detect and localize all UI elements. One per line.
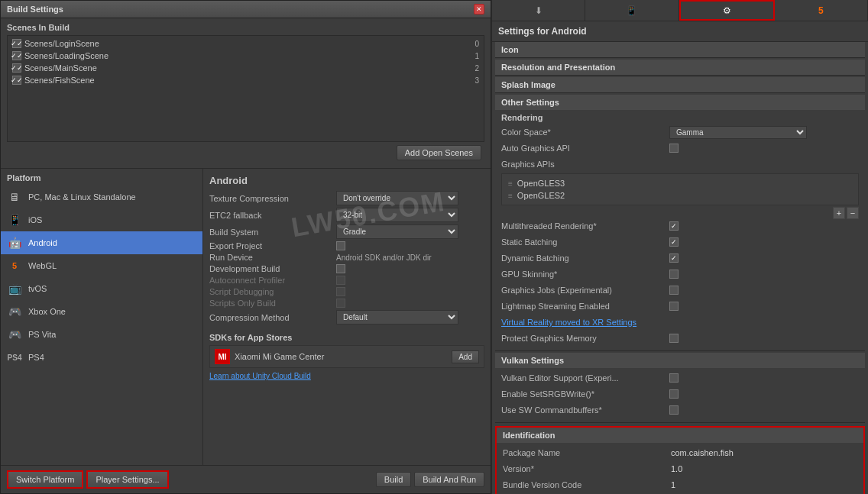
tvos-icon: 📺 [7,281,22,296]
scene-number: 3 [474,76,479,85]
scene-checkbox[interactable]: ✓ [12,63,21,73]
color-space-row: Color Space* Gamma [501,125,859,139]
enable-srgb-checkbox[interactable] [669,389,679,399]
multithreaded-label: Multithreaded Rendering* [501,221,669,231]
resolution-section-header[interactable]: Resolution and Presentation [495,60,865,75]
player-settings-button[interactable]: Player Settings... [86,470,168,489]
scene-number: 0 [474,40,479,48]
scene-checkbox[interactable]: ✓ [12,51,21,60]
rendering-header: Rendering [501,113,859,122]
development-build-label: Development Build [209,264,332,273]
build-settings-window: Build Settings ✕ Scenes In Build ✓ Scene… [0,0,491,494]
autoconnect-profiler-label: Autoconnect Profiler [209,276,332,285]
color-space-select[interactable]: Gamma [669,126,807,139]
sw-commandbuffers-checkbox[interactable] [669,405,679,415]
build-button[interactable]: Build [376,472,411,487]
platform-list: 🖥 PC, Mac & Linux Standalone 📱 iOS 🤖 And… [1,186,202,465]
android-icon: 🤖 [7,235,22,250]
vulkan-editor-label: Vulkan Editor Support (Experi... [501,373,669,383]
export-project-checkbox[interactable] [336,241,345,250]
other-settings-header[interactable]: Other Settings [495,95,865,110]
android-title: Android [209,175,484,186]
download-icon: ⬇ [535,5,542,16]
gpu-skinning-checkbox[interactable] [669,270,679,279]
auto-graphics-checkbox[interactable] [669,144,679,153]
toolbar-tab-mobile[interactable]: 📱 [585,0,679,21]
texture-compression-select[interactable]: Don't override [336,191,458,205]
build-system-label: Build System [209,228,332,237]
toolbar-tab-settings[interactable]: ⚙ [679,0,775,21]
inspector-toolbar: ⬇ 📱 ⚙ 5 [492,0,868,21]
vulkan-editor-checkbox[interactable] [669,373,679,383]
scene-checkbox[interactable]: ✓ [12,76,21,85]
build-and-run-button[interactable]: Build And Run [414,472,484,487]
icon-section: Icon [495,42,865,58]
add-open-scenes-button[interactable]: Add Open Scenes [397,145,481,160]
platform-item-android[interactable]: 🤖 Android [1,231,202,254]
sdk-add-button[interactable]: Add [452,350,479,363]
etc2-fallback-select[interactable]: 32-bit [336,208,458,222]
scripts-only-build-row: Scripts Only Build [209,299,484,308]
package-name-label: Package Name [503,448,671,457]
script-debugging-label: Script Debugging [209,287,332,296]
vulkan-section-header[interactable]: Vulkan Settings [495,353,865,368]
icon-section-header[interactable]: Icon [495,42,865,57]
scene-name: Scenes/LoginScene [24,39,99,48]
psvita-icon: 🎮 [7,327,22,342]
splash-section-header[interactable]: Splash Image [495,77,865,92]
scene-checkbox[interactable]: ✓ [12,39,21,48]
lightmap-streaming-checkbox[interactable] [669,302,679,311]
sdk-name: Xiaomi Mi Game Center [235,352,447,361]
platform-item-pc[interactable]: 🖥 PC, Mac & Linux Standalone [1,186,202,208]
other-settings-body: Rendering Color Space* Gamma Auto Graphi… [495,110,865,350]
graphics-apis-box: ≡ OpenGLES3 ≡ OpenGLES2 [501,173,859,205]
toolbar-tab-html5[interactable]: 5 [775,0,868,21]
other-settings-section: Other Settings Rendering Color Space* Ga… [495,95,865,351]
autoconnect-profiler-row: Autoconnect Profiler [209,276,484,285]
platform-name: PS4 [28,353,44,362]
switch-platform-button[interactable]: Switch Platform [7,470,83,489]
ps4-icon: PS4 [7,350,22,365]
multithreaded-checkbox[interactable] [669,221,679,231]
scripts-only-build-label: Scripts Only Build [209,299,332,308]
add-graphics-api-button[interactable]: + [833,207,845,219]
development-build-checkbox[interactable] [336,264,345,273]
remove-graphics-api-button[interactable]: − [847,207,859,219]
dynamic-batching-checkbox[interactable] [669,253,679,263]
vulkan-section: Vulkan Settings Vulkan Editor Support (E… [495,353,865,423]
bundle-version-code-value: 1 [671,480,857,489]
cloud-link-container: Learn about Unity Cloud Build [209,368,484,383]
protect-graphics-checkbox[interactable] [669,334,679,343]
close-button[interactable]: ✕ [474,4,484,15]
cloud-link[interactable]: Learn about Unity Cloud Build [209,370,311,383]
android-settings: Android Texture Compression Don't overri… [203,169,491,465]
compression-method-select[interactable]: Default [336,310,458,324]
vr-xr-link[interactable]: Virtual Reality moved to XR Settings [501,318,636,327]
scene-number: 2 [474,64,479,73]
platform-name: WebGL [28,261,57,270]
settings-icon: ⚙ [723,5,731,16]
platform-item-psvita[interactable]: 🎮 PS Vita [1,323,202,346]
inspector-header: Settings for Android [492,21,868,42]
auto-graphics-row: Auto Graphics API [501,141,859,155]
compression-method-row: Compression Method Default [209,310,484,324]
gpu-skinning-row: GPU Skinning* [501,267,859,281]
lightmap-streaming-row: Lightmap Streaming Enabled [501,299,859,313]
platform-item-ps4[interactable]: PS4 PS4 [1,346,202,369]
graphics-api-name: OpenGLES2 [517,191,565,200]
static-batching-checkbox[interactable] [669,237,679,247]
xiaomi-icon: MI [215,349,230,364]
platform-item-xbox[interactable]: 🎮 Xbox One [1,300,202,323]
build-system-select[interactable]: Gradle [336,224,458,239]
graphics-jobs-checkbox[interactable] [669,286,679,295]
toolbar-tab-download[interactable]: ⬇ [492,0,585,21]
bottom-bar: Switch Platform Player Settings... Build… [1,465,491,493]
platform-item-ios[interactable]: 📱 iOS [1,208,202,231]
platform-item-tvos[interactable]: 📺 tvOS [1,277,202,300]
graphics-jobs-label: Graphics Jobs (Experimental) [501,286,669,295]
inspector-content: Icon Resolution and Presentation Splash … [492,42,868,494]
ios-icon: 📱 [7,212,22,228]
run-device-row: Run Device Android SDK and/or JDK dir [209,253,484,262]
platform-item-webgl[interactable]: 5 WebGL [1,254,202,277]
drag-handle-icon: ≡ [508,179,513,188]
